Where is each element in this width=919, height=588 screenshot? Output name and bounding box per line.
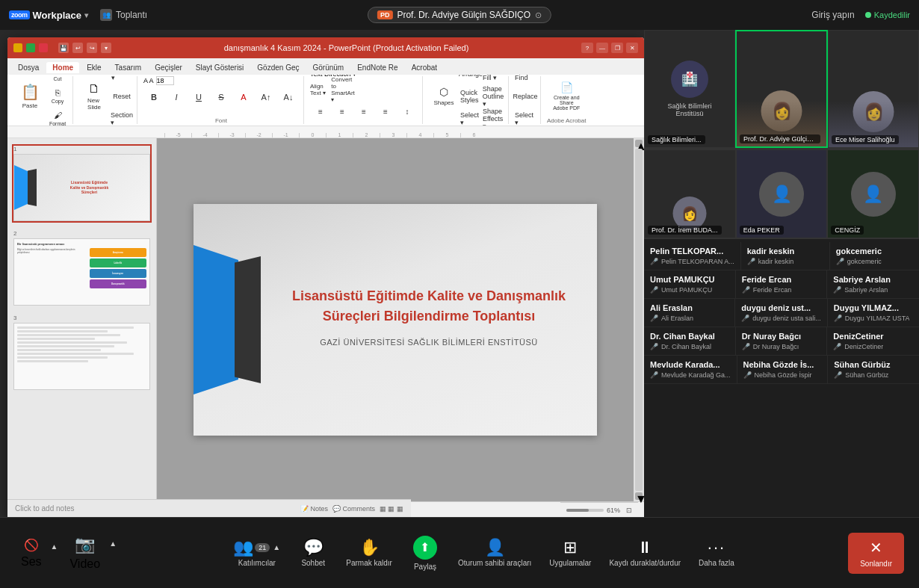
- minimize-button[interactable]: [13, 43, 22, 52]
- person-card-ali: Ali Eraslan 🎤 Ali Eraslan: [644, 299, 735, 327]
- tab-insert[interactable]: Ekle: [81, 62, 107, 73]
- login-button[interactable]: Giriş yapın: [811, 10, 854, 20]
- shape-fill-button[interactable]: Shape Fill ▾: [483, 75, 504, 84]
- ses-label: Ses: [21, 555, 42, 569]
- layout-button[interactable]: Layout ▾: [111, 75, 132, 84]
- ppt-window: 💾 ↩ ↪ ▾ danışmanlık 4 Kasım 2024 - Power…: [7, 37, 644, 517]
- editing-group: 🔍 Find Replace Select ▾ Editing: [510, 76, 541, 124]
- slide-thumb-1[interactable]: 1 Lisansüstü EğitimdeKalite ve Danışmanl…: [12, 144, 152, 223]
- font-size-decrease[interactable]: A↓: [278, 87, 299, 108]
- italic-button[interactable]: I: [166, 87, 187, 108]
- cut-button[interactable]: ✂Cut: [47, 75, 68, 84]
- participants-panel: 🏥 Sağlık BilimleriEnstitüsü Sağlık Bilim…: [644, 30, 919, 517]
- slide-num-1: 1: [13, 146, 150, 152]
- underline-button[interactable]: U: [188, 87, 209, 108]
- slide-thumb-3[interactable]: 3: [12, 313, 152, 392]
- ses-button[interactable]: 🚫 Ses: [15, 533, 48, 573]
- select-edit-button[interactable]: Select ▾: [515, 108, 536, 126]
- end-label: Sonlandır: [860, 560, 892, 568]
- host-tools-icon: 👤: [485, 539, 505, 556]
- meeting-label: Toplantı: [116, 10, 147, 20]
- shapes-button[interactable]: ⬡ Shapes: [429, 77, 459, 116]
- new-slide-button[interactable]: 🗋 NewSlide: [79, 77, 109, 116]
- tab-home[interactable]: Home: [46, 62, 79, 73]
- bold-button[interactable]: B: [143, 87, 164, 108]
- ses-chevron-icon[interactable]: ▲: [48, 538, 61, 555]
- adobe-group: 📄 Create and ShareAdobe PDF Adobe Acroba…: [542, 76, 590, 124]
- align-right-button[interactable]: ≡: [353, 102, 374, 123]
- help-button[interactable]: ?: [581, 43, 593, 53]
- convert-smartart-button[interactable]: Convert to SmartArt ▾: [332, 79, 353, 100]
- undo-icon[interactable]: ↩: [72, 43, 83, 53]
- participants-button[interactable]: 👥 21 ▲ Katılımcılar: [226, 535, 288, 572]
- create-pdf-button[interactable]: 📄 Create and ShareAdobe PDF: [551, 76, 581, 115]
- window-close-btn[interactable]: ✕: [626, 43, 638, 53]
- tab-design[interactable]: Tasarım: [109, 62, 148, 73]
- slide-canvas[interactable]: Lisansüstü Eğitimde Kalite ve Danışmanlı…: [194, 204, 597, 436]
- ppt-title: danışmanlık 4 Kasım 2024 - PowerPoint (P…: [116, 43, 577, 52]
- copy-button[interactable]: ⎘Copy: [47, 86, 68, 107]
- tab-view[interactable]: Görünüm: [306, 62, 350, 73]
- fit-slide-button[interactable]: ⊡: [626, 507, 632, 514]
- quick-styles-button[interactable]: Quick Styles: [460, 86, 481, 107]
- arrange-button[interactable]: Arrange: [460, 75, 481, 84]
- video-chevron-icon[interactable]: ▲: [106, 535, 120, 552]
- section-button[interactable]: Section ▾: [111, 108, 132, 126]
- align-center-button[interactable]: ≡: [332, 102, 353, 123]
- quick-access-more-icon[interactable]: ▾: [101, 43, 111, 53]
- save-icon[interactable]: 💾: [58, 43, 69, 53]
- tab-slideshow[interactable]: Slayt Gösterisi: [190, 62, 250, 73]
- more-button[interactable]: ··· Daha fazla: [691, 535, 742, 572]
- strikethrough-button[interactable]: S: [211, 87, 232, 108]
- reset-button[interactable]: Reset: [111, 86, 132, 107]
- zoom-slider[interactable]: [566, 509, 604, 512]
- format-painter-button[interactable]: 🖌Format: [47, 108, 68, 126]
- font-size-increase[interactable]: A↑: [256, 87, 276, 108]
- chat-button[interactable]: 💬 Sohbet: [291, 535, 335, 572]
- vertical-scrollbar[interactable]: ▲ ▼: [634, 138, 644, 501]
- align-text-button[interactable]: Align Text ▾: [310, 79, 331, 100]
- add-notes-text[interactable]: Click to add notes: [15, 504, 75, 513]
- person-card-suhan: Sühan Gürbüz 🎤 Sühan Gürbüz: [828, 356, 919, 384]
- slide-num-2: 2: [13, 230, 150, 237]
- slide-thumb-2[interactable]: 2 Bir lisansüstü programının amacı Bilgi…: [12, 229, 152, 307]
- tab-review[interactable]: Gözden Geç: [251, 62, 305, 73]
- paste-button[interactable]: 📋 Paste: [15, 77, 45, 116]
- raise-hand-icon: ✋: [359, 539, 380, 556]
- window-restore-btn[interactable]: ❐: [611, 43, 623, 53]
- end-meeting-button[interactable]: ✕ Sonlandır: [848, 533, 904, 574]
- align-left-button[interactable]: ≡: [310, 102, 331, 123]
- apps-button[interactable]: ⊞ Uygulamalar: [542, 535, 598, 572]
- person-detail: 🎤 Mevlude Karadağ Ga...: [650, 371, 731, 379]
- shape-outline-button[interactable]: Shape Outline ▾: [483, 86, 504, 107]
- person-detail: 🎤 Sabriye Arslan: [833, 286, 913, 294]
- select-button[interactable]: Select ▾: [460, 108, 481, 126]
- tab-acrobat[interactable]: Acrobat: [406, 62, 443, 73]
- apps-label: Uygulamalar: [549, 559, 591, 567]
- window-min-btn[interactable]: —: [596, 43, 608, 53]
- recording-button[interactable]: ⏸ Kaydı duraklat/durdur: [601, 535, 688, 572]
- replace-button[interactable]: Replace: [515, 86, 536, 107]
- close-button[interactable]: [39, 43, 48, 52]
- tab-transitions[interactable]: Geçişler: [149, 62, 188, 73]
- shape-effects-button[interactable]: Shape Effects ▾: [483, 108, 504, 126]
- line-spacing-button[interactable]: ↕: [397, 102, 418, 123]
- find-button[interactable]: 🔍 Find: [515, 75, 536, 84]
- host-tools-button[interactable]: 👤 Oturum sahibi araçları: [451, 535, 539, 572]
- maximize-button[interactable]: [26, 43, 35, 52]
- video-button[interactable]: 📷 Video: [64, 530, 106, 575]
- tab-endnote[interactable]: EndNote Re: [351, 62, 403, 73]
- app-name-chevron-icon[interactable]: ▾: [84, 11, 88, 19]
- video-label-1: Sağlık Bilimleri...: [648, 135, 705, 144]
- justify-button[interactable]: ≡: [375, 102, 396, 123]
- share-button[interactable]: ⬆ Paylaş: [403, 531, 448, 575]
- person-detail: 🎤 DenizCetiner: [833, 343, 913, 350]
- participants-chevron-icon[interactable]: ▲: [273, 543, 280, 551]
- font-size-input[interactable]: [156, 76, 174, 85]
- font-color-button[interactable]: A: [233, 87, 254, 108]
- person-detail: 🎤 Feride Ercan: [742, 286, 821, 294]
- redo-icon[interactable]: ↪: [87, 43, 97, 53]
- raise-hand-button[interactable]: ✋ Parmak kaldır: [338, 535, 400, 572]
- tab-file[interactable]: Dosya: [12, 62, 45, 73]
- person-name: Duygu YILMAZ...: [834, 303, 913, 312]
